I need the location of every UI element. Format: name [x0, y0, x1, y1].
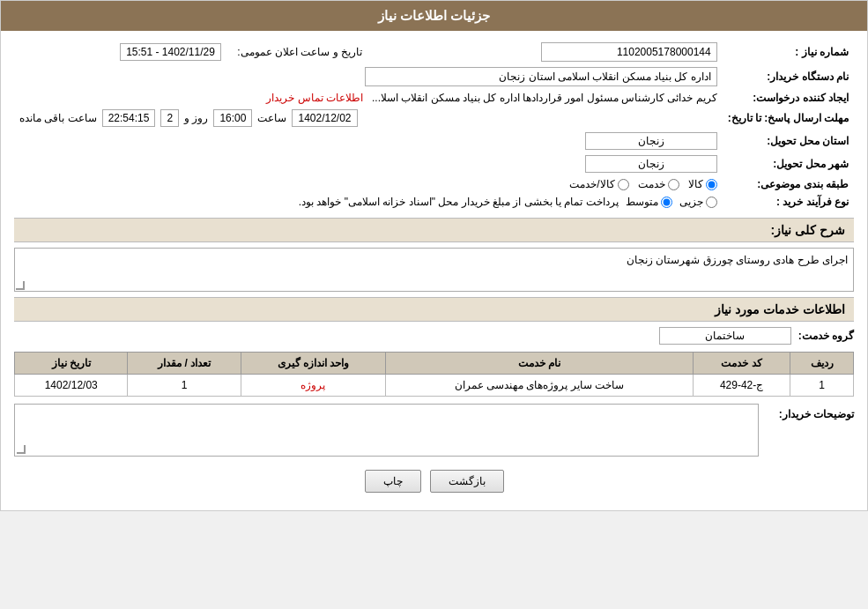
print-button[interactable]: چاپ	[365, 470, 421, 493]
category-option-2[interactable]: خدمت	[638, 178, 679, 190]
need-number-cell: 1102005178000144	[367, 40, 723, 64]
col-header-code: کد خدمت	[693, 353, 790, 375]
category-label-both: کالا/خدمت	[569, 178, 614, 190]
button-row: بازگشت چاپ	[14, 470, 854, 493]
info-table: شماره نیاز : 1102005178000144 تاریخ و سا…	[14, 40, 854, 211]
col-header-row: ردیف	[790, 353, 854, 375]
response-time-label: ساعت	[257, 112, 286, 124]
table-cell-1: ج-42-429	[693, 375, 790, 397]
purchase-type-note: پرداخت تمام یا بخشی از مبلغ خریدار محل "…	[299, 196, 619, 208]
table-cell-0: 1	[790, 375, 854, 397]
table-cell-4: 1	[128, 375, 241, 397]
delivery-province-cell: زنجان	[14, 130, 723, 152]
service-group-row: گروه خدمت: ساختمان	[14, 327, 854, 345]
resize-handle[interactable]	[16, 281, 25, 290]
category-option-1[interactable]: کالا	[688, 178, 717, 190]
page-wrapper: جزئیات اطلاعات نیاز شماره نیاز : 1102005…	[0, 0, 868, 511]
description-section-label: شرح کلی نیاز:	[771, 223, 845, 237]
category-radio-khedmat[interactable]	[668, 179, 679, 190]
services-table: ردیف کد خدمت نام خدمت واحد اندازه گیری ت…	[14, 352, 854, 397]
creator-cell: کریم خدائی کارشناس مسئول امور قراردادها …	[14, 89, 723, 107]
purchase-type-cell: جزیی متوسط پرداخت تمام یا بخشی از مبلغ خ…	[14, 193, 723, 211]
response-date: 1402/12/02	[292, 109, 357, 127]
category-option-3[interactable]: کالا/خدمت	[569, 178, 628, 190]
description-value: اجرای طرح هادی روستای چورزق شهرستان زنجا…	[627, 254, 848, 266]
response-remaining-label: ساعت باقی مانده	[19, 112, 97, 124]
page-header: جزئیات اطلاعات نیاز	[1, 1, 867, 31]
back-button[interactable]: بازگشت	[430, 470, 504, 493]
response-deadline-label: مهلت ارسال پاسخ: تا تاریخ:	[723, 107, 854, 130]
description-value-box: اجرای طرح هادی روستای چورزق شهرستان زنجا…	[14, 248, 854, 292]
table-row: 1ج-42-429ساخت سایر پروژه‌های مهندسی عمرا…	[15, 375, 854, 397]
need-number-label: شماره نیاز :	[723, 40, 854, 64]
creator-value: کریم خدائی کارشناس مسئول امور قراردادها …	[372, 92, 717, 104]
announce-date-cell: 1402/11/29 - 15:51	[14, 40, 226, 64]
purchase-radio-mota[interactable]	[661, 197, 672, 208]
purchase-radio-jozi[interactable]	[706, 197, 717, 208]
buyer-org-label: نام دستگاه خریدار:	[723, 64, 854, 89]
delivery-city-value: زنجان	[585, 155, 717, 173]
response-time: 16:00	[213, 109, 252, 127]
description-section-header: شرح کلی نیاز:	[14, 218, 854, 242]
col-header-date: تاریخ نیاز	[15, 353, 128, 375]
purchase-type-option-2[interactable]: متوسط	[626, 196, 672, 208]
purchase-label-jozi: جزیی	[679, 196, 703, 208]
col-header-name: نام خدمت	[386, 353, 694, 375]
description-area: اجرای طرح هادی روستای چورزق شهرستان زنجا…	[14, 248, 854, 292]
contact-link[interactable]: اطلاعات تماس خریدار	[266, 92, 363, 104]
service-group-value: ساختمان	[659, 327, 791, 345]
delivery-province-label: استان محل تحویل:	[723, 130, 854, 152]
response-deadline-cell: 1402/12/02 ساعت 16:00 روز و 2 22:54:15 س…	[14, 107, 723, 130]
service-group-label: گروه خدمت:	[798, 330, 854, 342]
announce-date-value: 1402/11/29 - 15:51	[120, 43, 221, 61]
category-label-kala: کالا	[688, 178, 703, 190]
buyer-org-value: اداره کل بنیاد مسکن انقلاب اسلامی استان …	[365, 67, 717, 86]
col-header-qty: تعداد / مقدار	[128, 353, 241, 375]
buyer-notes-resize[interactable]	[17, 445, 26, 454]
purchase-label-mota: متوسط	[626, 196, 658, 208]
buyer-notes-box	[14, 404, 759, 457]
table-cell-2: ساخت سایر پروژه‌های مهندسی عمران	[386, 375, 694, 397]
table-cell-3[interactable]: پروژه	[241, 375, 385, 397]
response-days: 2	[160, 109, 179, 127]
table-cell-5: 1402/12/03	[15, 375, 128, 397]
col-header-unit: واحد اندازه گیری	[241, 353, 385, 375]
services-section-header: اطلاعات خدمات مورد نیاز	[14, 297, 854, 322]
response-days-label: روز و	[184, 112, 208, 124]
response-remaining: 22:54:15	[102, 109, 156, 127]
announce-date-label: تاریخ و ساعت اعلان عمومی:	[226, 40, 367, 64]
buyer-notes-row: توضیحات خریدار:	[14, 404, 854, 457]
purchase-type-option-1[interactable]: جزیی	[679, 196, 717, 208]
services-section-label: اطلاعات خدمات مورد نیاز	[715, 302, 845, 316]
content-area: شماره نیاز : 1102005178000144 تاریخ و سا…	[1, 31, 867, 510]
buyer-org-cell: اداره کل بنیاد مسکن انقلاب اسلامی استان …	[14, 64, 723, 89]
page-title: جزئیات اطلاعات نیاز	[378, 8, 490, 23]
delivery-city-label: شهر محل تحویل:	[723, 152, 854, 175]
creator-label: ایجاد کننده درخواست:	[723, 89, 854, 107]
category-cell: کالا خدمت کالا/خدمت	[14, 175, 723, 193]
need-number-value: 1102005178000144	[541, 42, 717, 62]
delivery-city-cell: زنجان	[14, 152, 723, 175]
category-label: طبقه بندی موضوعی:	[723, 175, 854, 193]
category-radio-both[interactable]	[618, 179, 629, 190]
purchase-type-label: نوع فرآیند خرید :	[723, 193, 854, 211]
category-label-khedmat: خدمت	[638, 178, 665, 190]
category-radio-kala[interactable]	[706, 179, 717, 190]
delivery-province-value: زنجان	[585, 132, 717, 150]
buyer-notes-label: توضیحات خریدار:	[766, 404, 854, 420]
